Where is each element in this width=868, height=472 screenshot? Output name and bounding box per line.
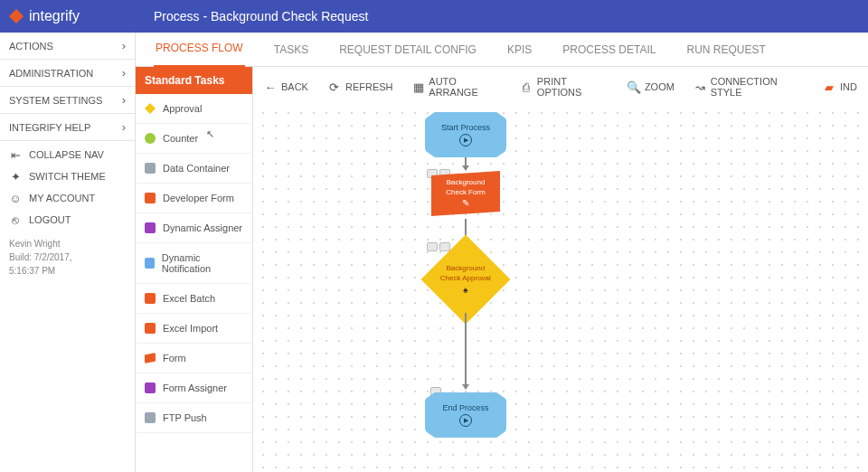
theme-icon: ✦ xyxy=(9,170,22,183)
print-icon: ⎙ xyxy=(521,80,533,93)
connection-style-button[interactable]: ↝ CONNECTION STYLE xyxy=(694,76,803,98)
palette-label: Counter xyxy=(163,133,198,144)
nav-label: SYSTEM SETTINGS xyxy=(9,95,102,106)
excel-batch-icon xyxy=(145,293,156,304)
tag-icon: ▰ xyxy=(823,80,835,93)
toolbar-label: PRINT OPTIONS xyxy=(537,76,608,98)
tab-tasks[interactable]: TASKS xyxy=(272,33,310,67)
tab-kpis[interactable]: KPIS xyxy=(505,33,533,67)
node-end-process[interactable]: End Process ▶ xyxy=(425,392,506,438)
node-toolbar-icons xyxy=(427,242,450,251)
flow-arrow xyxy=(465,313,467,389)
tool-label: MY ACCOUNT xyxy=(29,193,95,203)
brand-name: integrify xyxy=(29,8,80,24)
palette-item-developer-form[interactable]: Developer Form xyxy=(136,184,252,213)
print-options-button[interactable]: ⎙ PRINT OPTIONS xyxy=(521,76,608,98)
toolbar-label: BACK xyxy=(281,81,308,92)
play-icon: ▶ xyxy=(459,414,472,427)
current-user: Kevin Wright xyxy=(9,237,126,250)
palette-item-dynamic-assigner[interactable]: Dynamic Assigner xyxy=(136,213,252,243)
palette-item-form-assigner[interactable]: Form Assigner xyxy=(136,373,252,403)
counter-icon xyxy=(145,133,156,144)
approval-icon: ♠ xyxy=(463,284,467,294)
palette-title: Standard Tasks xyxy=(136,67,252,94)
flow-arrow xyxy=(465,157,467,170)
palette-label: Approval xyxy=(163,103,202,114)
palette-item-dynamic-notification[interactable]: Dynamic Notification xyxy=(136,243,252,284)
node-label-line2: Check Approval xyxy=(440,275,491,283)
build-time: 5:16:37 PM xyxy=(9,264,126,278)
palette-item-ftp-push[interactable]: FTP Push xyxy=(136,403,252,433)
logo-icon xyxy=(9,9,24,24)
palette-label: FTP Push xyxy=(163,412,207,423)
node-label-line2: Check Form xyxy=(446,189,486,197)
form-assigner-icon xyxy=(145,382,156,393)
indicator-button[interactable]: ▰ IND xyxy=(823,80,857,93)
tab-strip: PROCESS FLOW TASKS REQUEST DETAIL CONFIG… xyxy=(136,33,868,67)
node-label: End Process xyxy=(442,403,488,412)
tab-process-flow[interactable]: PROCESS FLOW xyxy=(154,31,245,68)
excel-import-icon xyxy=(145,323,156,334)
palette-item-data-container[interactable]: Data Container xyxy=(136,154,252,184)
nav-system-settings[interactable]: SYSTEM SETTINGS › xyxy=(0,87,135,114)
my-account-button[interactable]: ☺ MY ACCOUNT xyxy=(9,192,126,204)
tab-process-detail[interactable]: PROCESS DETAIL xyxy=(561,33,657,67)
developer-form-icon xyxy=(145,193,156,203)
edit-icon: ✎ xyxy=(462,198,469,208)
back-button[interactable]: ← BACK xyxy=(264,80,308,93)
auto-arrange-button[interactable]: ▦ AUTO ARRANGE xyxy=(413,76,502,98)
grid-icon: ▦ xyxy=(413,80,425,93)
nav-integrify-help[interactable]: INTEGRIFY HELP › xyxy=(0,114,135,141)
task-palette: Standard Tasks Approval Counter ↖ Data C… xyxy=(136,67,253,472)
zoom-button[interactable]: 🔍 ZOOM xyxy=(627,80,675,93)
node-label-line1: Background xyxy=(447,265,486,273)
palette-item-form[interactable]: Form xyxy=(136,344,252,373)
tool-label: LOGOUT xyxy=(29,214,71,225)
palette-item-excel-import[interactable]: Excel Import xyxy=(136,314,252,344)
refresh-button[interactable]: ⟳ REFRESH xyxy=(328,80,393,93)
nav-actions[interactable]: ACTIONS › xyxy=(0,33,135,60)
logout-icon: ⎋ xyxy=(9,213,22,226)
node-background-check-form[interactable]: Background Check Form ✎ xyxy=(425,171,506,216)
tool-label: SWITCH THEME xyxy=(29,171,106,182)
user-meta: Kevin Wright Build: 7/2/2017, 5:16:37 PM xyxy=(0,233,135,281)
left-nav: ACTIONS › ADMINISTRATION › SYSTEM SETTIN… xyxy=(0,33,136,472)
flow-canvas[interactable]: Start Process ▶ xyxy=(253,103,868,472)
tab-run-request[interactable]: RUN REQUEST xyxy=(684,33,767,67)
cursor-icon: ↖ xyxy=(206,128,214,140)
app-header: integrify Process - Background Check Req… xyxy=(0,0,868,33)
node-start-process[interactable]: Start Process ▶ xyxy=(425,112,506,157)
collapse-nav-button[interactable]: ⇤ COLLAPSE NAV xyxy=(9,148,126,161)
node-label-line1: Background xyxy=(447,179,486,187)
logout-button[interactable]: ⎋ LOGOUT xyxy=(9,213,126,226)
nav-administration[interactable]: ADMINISTRATION › xyxy=(0,60,135,87)
palette-label: Data Container xyxy=(163,163,230,174)
connection-icon: ↝ xyxy=(694,80,706,93)
ftp-push-icon xyxy=(145,412,156,423)
page-title: Process - Background Check Request xyxy=(154,9,368,24)
data-container-icon xyxy=(145,163,156,174)
form-icon xyxy=(145,353,156,363)
build-date: Build: 7/2/2017, xyxy=(9,250,126,264)
palette-label: Form Assigner xyxy=(163,382,227,393)
account-icon: ☺ xyxy=(9,192,22,204)
palette-item-excel-batch[interactable]: Excel Batch xyxy=(136,284,252,314)
task-icon xyxy=(427,242,438,251)
chevron-right-icon: › xyxy=(122,39,126,52)
palette-label: Dynamic Assigner xyxy=(163,222,242,233)
palette-item-approval[interactable]: Approval xyxy=(136,94,252,124)
node-label: Start Process xyxy=(441,123,490,132)
node-background-check-approval[interactable]: Background Check Approval ♠ xyxy=(425,248,506,311)
chevron-right-icon: › xyxy=(122,120,126,134)
refresh-icon: ⟳ xyxy=(328,80,341,93)
palette-item-counter[interactable]: Counter ↖ xyxy=(136,124,252,154)
switch-theme-button[interactable]: ✦ SWITCH THEME xyxy=(9,170,126,183)
palette-label: Form xyxy=(163,353,186,363)
arrow-left-icon: ← xyxy=(264,80,277,93)
nav-label: ACTIONS xyxy=(9,41,53,52)
collapse-icon: ⇤ xyxy=(9,148,22,161)
palette-label: Dynamic Notification xyxy=(162,252,243,274)
play-icon: ▶ xyxy=(459,134,472,146)
tab-request-detail-config[interactable]: REQUEST DETAIL CONFIG xyxy=(337,33,478,67)
dynamic-notification-icon xyxy=(145,258,155,269)
